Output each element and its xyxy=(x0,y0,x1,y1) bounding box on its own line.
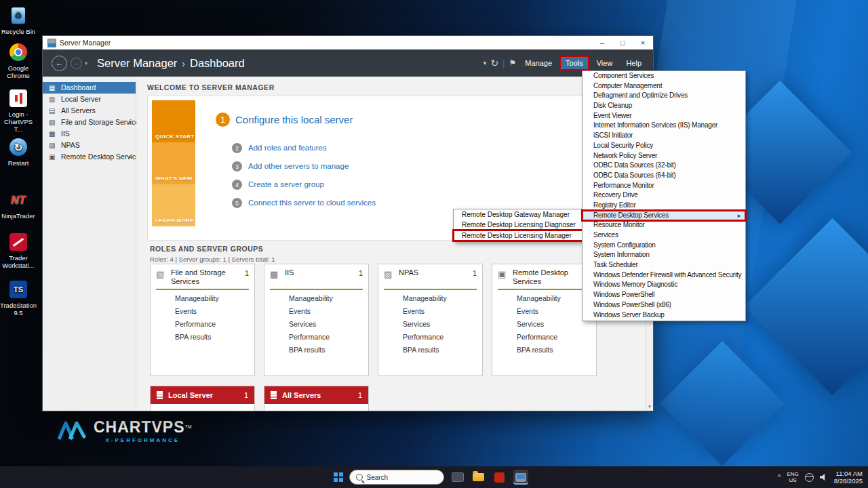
tools-menu-item[interactable]: Network Policy Server xyxy=(583,151,745,161)
tools-menu-item[interactable]: Task Scheduler xyxy=(583,260,745,270)
tools-menu-item[interactable]: Performance Monitor xyxy=(583,181,745,191)
role-card-npas[interactable]: ▨ NPAS 1 Manageability Events Services P… xyxy=(378,264,483,376)
status-tile-all-servers[interactable]: All Servers 1 xyxy=(264,386,369,411)
file-explorer-icon[interactable] xyxy=(471,470,486,485)
refresh-icon[interactable]: ↻ xyxy=(490,58,498,68)
minimize-button[interactable]: – xyxy=(592,36,612,49)
role-card-file-storage-services[interactable]: ▧ File and Storage Services 1 Manageabil… xyxy=(150,264,255,376)
sidebar-item-iis[interactable]: ▩ IIS xyxy=(43,128,136,140)
desktop-icon-tradestation[interactable]: TS TradeStation 9.5 xyxy=(0,279,37,317)
scroll-down-icon[interactable]: ▼ xyxy=(646,403,653,411)
sidebar-item-file-storage-services[interactable]: ▧ File and Storage Services ▸ xyxy=(43,117,136,128)
tools-menu-item[interactable]: Services xyxy=(583,230,745,241)
sidebar-item-dashboard[interactable]: ▦ Dashboard xyxy=(43,82,136,94)
tools-menu-item[interactable]: Windows Defender Firewall with Advanced … xyxy=(583,270,745,281)
tools-menu-item-remote-desktop-services[interactable]: Remote Desktop Services xyxy=(583,211,745,221)
language-indicator[interactable]: ENG US xyxy=(787,471,798,483)
status-tile-local-server[interactable]: Local Server 1 xyxy=(150,386,255,411)
step-link-create-server-group[interactable]: Create a server group xyxy=(248,180,324,188)
tools-menu-item[interactable]: Windows Memory Diagnostic xyxy=(583,280,745,290)
network-icon[interactable] xyxy=(805,473,814,482)
tools-menu-item[interactable]: Defragment and Optimize Drives xyxy=(583,91,745,101)
menu-view[interactable]: View xyxy=(592,57,618,69)
card-row-performance[interactable]: Performance xyxy=(403,333,443,341)
tools-menu-item[interactable]: Component Services xyxy=(583,71,745,81)
tools-menu-item[interactable]: Windows PowerShell xyxy=(583,290,745,300)
ninjatrader-taskbar-icon[interactable] xyxy=(492,470,507,485)
volume-icon[interactable] xyxy=(820,473,828,481)
tools-menu-item[interactable]: Internet Information Services (IIS) Mana… xyxy=(583,121,745,131)
card-row-services[interactable]: Services xyxy=(517,320,544,328)
menu-tools[interactable]: Tools xyxy=(561,57,588,69)
tools-menu-item[interactable]: Local Security Policy xyxy=(583,141,745,151)
card-row-events[interactable]: Events xyxy=(175,307,197,315)
tools-menu-item[interactable]: Computer Management xyxy=(583,81,745,92)
tools-menu-item[interactable]: Recovery Drive xyxy=(583,190,745,201)
card-row-performance[interactable]: Performance xyxy=(289,333,330,341)
menu-manage[interactable]: Manage xyxy=(520,57,557,69)
desktop-icon-login-chartvps[interactable]: Login - ChartVPS T... xyxy=(0,88,37,133)
maximize-button[interactable]: □ xyxy=(612,36,633,49)
sidebar-item-all-servers[interactable]: ▤ All Servers xyxy=(43,105,136,117)
history-dropdown-icon[interactable]: ▾ xyxy=(85,60,87,66)
card-row-events[interactable]: Events xyxy=(403,307,425,315)
card-row-performance[interactable]: Performance xyxy=(517,333,557,341)
desktop-icon-google-chrome[interactable]: Google Chrome xyxy=(0,42,37,79)
search-input[interactable]: Search xyxy=(349,470,444,485)
tools-menu-item[interactable]: Event Viewer xyxy=(583,111,745,121)
card-row-bpa-results[interactable]: BPA results xyxy=(175,333,212,341)
card-row-performance[interactable]: Performance xyxy=(175,320,216,328)
card-row-manageability[interactable]: Manageability xyxy=(175,294,219,302)
card-row-manageability[interactable]: Manageability xyxy=(289,294,333,302)
card-row-events[interactable]: Events xyxy=(289,307,311,315)
notification-flag-icon[interactable]: ⚑ xyxy=(509,58,517,68)
tools-menu-item[interactable]: Registry Editor xyxy=(583,201,745,211)
clock[interactable]: 11:04 AM 8/28/2025 xyxy=(834,470,863,485)
card-row-manageability[interactable]: Manageability xyxy=(403,294,447,302)
tools-menu-item[interactable]: ODBC Data Sources (64-bit) xyxy=(583,171,745,181)
card-row-manageability[interactable]: Manageability xyxy=(517,294,561,302)
server-manager-taskbar-icon[interactable] xyxy=(513,470,528,485)
learn-more-block[interactable]: LEARN MORE xyxy=(152,184,195,226)
step-link-add-servers[interactable]: Add other servers to manage xyxy=(248,162,349,170)
step-link-add-roles[interactable]: Add roles and features xyxy=(248,144,327,152)
whats-new-block[interactable]: WHAT'S NEW xyxy=(152,142,195,184)
sidebar-item-npas[interactable]: ▨ NPAS xyxy=(43,140,136,151)
card-row-bpa-results[interactable]: BPA results xyxy=(403,346,439,354)
expand-arrow-icon[interactable]: ▸ xyxy=(129,117,132,128)
tools-menu-item[interactable]: iSCSI Initiator xyxy=(583,131,745,141)
desktop-icon-recycle-bin[interactable]: ♻ Recycle Bin xyxy=(0,5,37,35)
submenu-item-rd-licensing-manager[interactable]: Remote Desktop Licensing Manager xyxy=(454,230,583,241)
submenu-item-rd-gateway-manager[interactable]: Remote Desktop Gateway Manager xyxy=(454,209,583,220)
quick-start-block[interactable]: QUICK START xyxy=(152,100,195,142)
forward-button[interactable]: → xyxy=(71,58,82,69)
menu-help[interactable]: Help xyxy=(621,57,646,69)
desktop-icon-restart[interactable]: ↻ Restart xyxy=(0,137,37,167)
role-card-remote-desktop-services[interactable]: ▣ Remote Desktop Services 1 Manageabilit… xyxy=(492,264,597,376)
tools-menu-item[interactable]: Resource Monitor xyxy=(583,220,745,230)
desktop-icon-ninjatrader[interactable]: NT NinjaTrader xyxy=(0,190,37,220)
tools-menu-item[interactable]: Disk Cleanup xyxy=(583,101,745,111)
back-button[interactable]: ← xyxy=(52,56,67,71)
step-link-connect-cloud[interactable]: Connect this server to cloud services xyxy=(248,199,376,207)
sidebar-item-local-server[interactable]: ▥ Local Server xyxy=(43,94,136,105)
window-titlebar[interactable]: Server Manager – □ × xyxy=(43,36,653,49)
sidebar-item-remote-desktop-services[interactable]: ▣ Remote Desktop Services ▸ xyxy=(43,151,136,163)
notifications-dropdown-icon[interactable]: ▾ xyxy=(484,60,487,66)
card-row-bpa-results[interactable]: BPA results xyxy=(289,346,326,354)
tools-menu-item[interactable]: System Information xyxy=(583,250,745,260)
submenu-item-rd-licensing-diagnoser[interactable]: Remote Desktop Licensing Diagnoser xyxy=(454,220,583,230)
tools-menu-item[interactable]: Windows PowerShell (x86) xyxy=(583,300,745,310)
card-row-bpa-results[interactable]: BPA results xyxy=(517,346,553,354)
role-card-iis[interactable]: ▩ IIS 1 Manageability Events Services Pe… xyxy=(264,264,369,376)
close-button[interactable]: × xyxy=(633,36,653,49)
card-row-services[interactable]: Services xyxy=(289,320,316,328)
breadcrumb-root[interactable]: Server Manager xyxy=(97,57,177,69)
tools-menu-item[interactable]: Windows Server Backup xyxy=(583,310,745,321)
step-link-configure-local-server[interactable]: Configure this local server xyxy=(235,114,353,125)
start-button[interactable] xyxy=(334,472,343,482)
tools-menu-item[interactable]: System Configuration xyxy=(583,241,745,251)
taskbar-monitor-app-icon[interactable] xyxy=(450,470,465,485)
card-row-services[interactable]: Services xyxy=(403,320,430,328)
card-row-events[interactable]: Events xyxy=(517,307,538,315)
